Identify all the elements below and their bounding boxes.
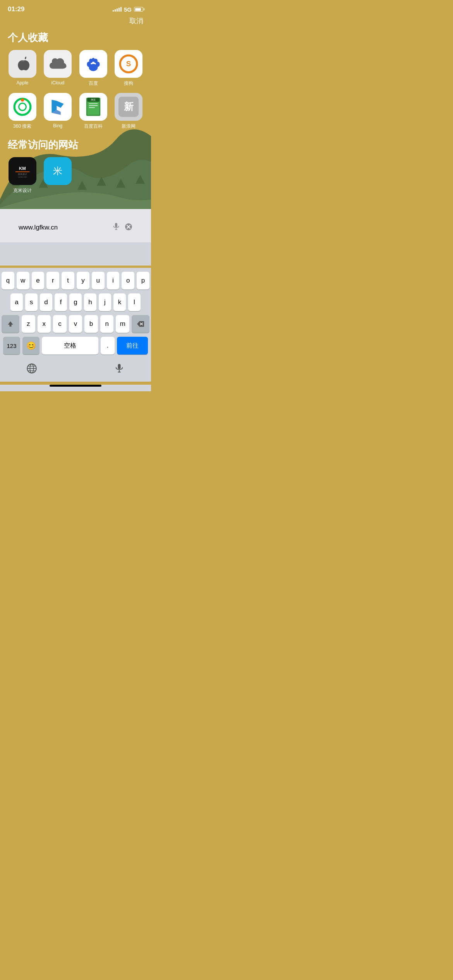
key-n[interactable]: n bbox=[100, 315, 114, 333]
xinlang-label: 新浪网 bbox=[122, 123, 136, 130]
header-row: 取消 bbox=[0, 16, 151, 29]
360-label: 360 搜索 bbox=[13, 123, 31, 130]
key-backspace[interactable] bbox=[132, 315, 149, 333]
keyboard-spacer bbox=[0, 242, 151, 266]
key-k[interactable]: k bbox=[113, 293, 126, 311]
baidu-label: 百度 bbox=[89, 80, 98, 87]
key-u[interactable]: u bbox=[92, 272, 105, 290]
key-h[interactable]: h bbox=[84, 293, 96, 311]
bookmark-baidubaike[interactable]: 网页 百度百科 bbox=[77, 93, 110, 130]
key-b[interactable]: b bbox=[84, 315, 98, 333]
svg-rect-30 bbox=[12, 161, 33, 181]
svg-point-13 bbox=[92, 58, 95, 62]
bookmark-bing[interactable]: Bing bbox=[42, 93, 74, 130]
sougou-icon: S bbox=[115, 50, 142, 78]
svg-point-17 bbox=[19, 103, 26, 111]
key-f[interactable]: f bbox=[55, 293, 67, 311]
keyboard-extra-row bbox=[0, 358, 151, 382]
bing-label: Bing bbox=[53, 123, 62, 128]
mi-icon: 米 bbox=[44, 157, 72, 185]
network-type: 5G bbox=[124, 6, 132, 13]
key-x[interactable]: x bbox=[38, 315, 51, 333]
bookmark-apple[interactable]: Apple bbox=[6, 50, 39, 87]
key-r[interactable]: r bbox=[46, 272, 59, 290]
home-indicator bbox=[50, 385, 101, 387]
bookmark-grid: Apple iCloud bbox=[0, 50, 151, 130]
svg-text:网页: 网页 bbox=[91, 98, 96, 101]
360-icon bbox=[9, 93, 36, 121]
battery-icon bbox=[134, 7, 143, 12]
bookmark-360[interactable]: 360 搜索 bbox=[6, 93, 39, 130]
key-w[interactable]: w bbox=[17, 272, 29, 290]
svg-rect-26 bbox=[89, 107, 95, 108]
globe-icon[interactable] bbox=[23, 360, 40, 379]
key-c[interactable]: c bbox=[53, 315, 67, 333]
key-j[interactable]: j bbox=[99, 293, 111, 311]
status-right: 5G bbox=[113, 6, 143, 13]
url-bar-wrapper bbox=[0, 209, 151, 242]
apple-icon bbox=[9, 50, 36, 78]
bookmark-icloud[interactable]: iCloud bbox=[42, 50, 74, 87]
clear-icon[interactable] bbox=[125, 223, 132, 232]
key-s[interactable]: s bbox=[25, 293, 38, 311]
key-t[interactable]: t bbox=[62, 272, 74, 290]
favorites-title: 个人收藏 bbox=[0, 29, 151, 50]
baidubaike-icon: 网页 bbox=[79, 93, 107, 121]
key-q[interactable]: q bbox=[2, 272, 14, 290]
frequent-mi[interactable]: 米 bbox=[42, 157, 74, 194]
svg-text:comiis.com: comiis.com bbox=[18, 176, 27, 178]
bookmark-baidu[interactable]: 百度 bbox=[77, 50, 110, 87]
key-123[interactable]: 123 bbox=[3, 337, 20, 355]
key-l[interactable]: l bbox=[128, 293, 141, 311]
xinlang-icon: 新 bbox=[115, 93, 142, 121]
key-v[interactable]: v bbox=[69, 315, 82, 333]
frequent-section: 经常访问的网站 KM 克米设计 comiis.com 克米设计 bbox=[0, 137, 151, 194]
svg-rect-37 bbox=[115, 223, 117, 227]
key-o[interactable]: o bbox=[122, 272, 134, 290]
frequent-comiis[interactable]: KM 克米设计 comiis.com 克米设计 bbox=[6, 157, 39, 194]
key-e[interactable]: e bbox=[32, 272, 45, 290]
key-period[interactable]: . bbox=[101, 337, 115, 355]
key-z[interactable]: z bbox=[22, 315, 35, 333]
svg-rect-32 bbox=[15, 171, 29, 172]
key-p[interactable]: p bbox=[137, 272, 149, 290]
icloud-label: iCloud bbox=[51, 80, 64, 86]
microphone-icon[interactable] bbox=[112, 222, 121, 233]
keyboard-bottom-row: 123 😊 空格 . 前往 bbox=[2, 337, 149, 355]
bookmark-xinlang[interactable]: 新 新浪网 bbox=[113, 93, 145, 130]
key-g[interactable]: g bbox=[69, 293, 82, 311]
icloud-icon bbox=[44, 50, 72, 78]
key-a[interactable]: a bbox=[10, 293, 23, 311]
dictation-icon[interactable] bbox=[111, 360, 128, 379]
status-bar: 01:29 5G bbox=[0, 0, 151, 16]
bing-icon bbox=[44, 93, 72, 121]
svg-text:克米设计: 克米设计 bbox=[18, 173, 27, 175]
svg-text:米: 米 bbox=[53, 166, 62, 176]
url-input[interactable] bbox=[19, 224, 108, 231]
url-bar-container bbox=[12, 217, 139, 238]
status-time: 01:29 bbox=[8, 5, 24, 13]
frequent-grid: KM 克米设计 comiis.com 克米设计 米 bbox=[0, 157, 151, 194]
key-i[interactable]: i bbox=[107, 272, 120, 290]
svg-text:KM: KM bbox=[19, 166, 26, 171]
svg-rect-24 bbox=[89, 103, 98, 104]
baidubaike-label: 百度百科 bbox=[84, 123, 103, 130]
key-go[interactable]: 前往 bbox=[117, 337, 148, 355]
key-m[interactable]: m bbox=[116, 315, 129, 333]
svg-point-18 bbox=[21, 98, 24, 101]
keyboard-row-3: z x c v b n m bbox=[2, 315, 149, 333]
key-emoji[interactable]: 😊 bbox=[22, 337, 39, 355]
bookmark-sougou[interactable]: S 搜狗 bbox=[113, 50, 145, 87]
svg-rect-50 bbox=[118, 364, 121, 369]
svg-rect-25 bbox=[89, 105, 98, 106]
key-d[interactable]: d bbox=[40, 293, 52, 311]
svg-text:S: S bbox=[126, 60, 131, 68]
cancel-button[interactable]: 取消 bbox=[129, 16, 143, 26]
keyboard-row-1: q w e r t y u i o p bbox=[2, 272, 149, 290]
frequent-title: 经常访问的网站 bbox=[0, 137, 151, 157]
comiis-icon: KM 克米设计 comiis.com bbox=[9, 157, 36, 185]
key-space[interactable]: 空格 bbox=[42, 337, 98, 355]
key-shift[interactable] bbox=[2, 315, 19, 333]
key-y[interactable]: y bbox=[77, 272, 89, 290]
keyboard-row-2: a s d f g h j k l bbox=[2, 293, 149, 311]
